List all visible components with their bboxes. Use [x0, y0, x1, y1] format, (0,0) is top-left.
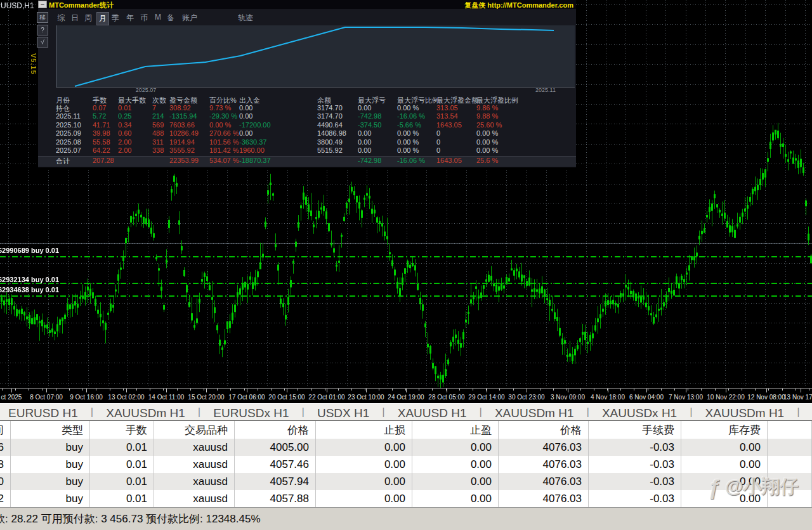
- time-tick: [29, 389, 29, 391]
- panel-side-button-移[interactable]: 移: [37, 12, 48, 23]
- chart-tab[interactable]: EURUSDx H1: [200, 404, 301, 421]
- stats-row-cell: 3174.70: [317, 104, 343, 112]
- time-tick: [701, 389, 702, 391]
- mtcommander-panel: − MTCommander统计 复盘侠 http://MTCommander.c…: [38, 0, 576, 168]
- time-label: 8 Oct 07:00: [30, 394, 63, 401]
- order-row-cell: buy: [11, 490, 90, 507]
- time-tick: [69, 389, 70, 391]
- chart-tab[interactable]: XAUUSDm H1: [693, 404, 797, 421]
- status-bar: 款: 28.22 可用预付款: 3 456.73 预付款比例: 12348.45…: [0, 507, 812, 530]
- time-axis[interactable]: ct 20258 Oct 07:009 Oct 16:0013 Oct 02:0…: [0, 388, 812, 404]
- stats-row-cell: 1914.94: [169, 138, 195, 146]
- time-label: 20 Oct 15:00: [268, 394, 304, 401]
- order-row-cell: 0.00: [316, 456, 412, 473]
- menu-item-M[interactable]: M: [155, 13, 161, 22]
- time-label: 15 Oct 20:00: [188, 394, 224, 401]
- stats-row: 2025.0764.222.003383555.92181.42 %1960.0…: [38, 146, 576, 155]
- stats-row-cell: 0.07: [93, 104, 106, 112]
- time-tick: [136, 389, 137, 391]
- time-label: 28 Oct 05:00: [428, 394, 464, 401]
- time-tick: [715, 389, 716, 391]
- stats-total-row: 合计207.2822353.99534.07 %-18870.37-742.98…: [38, 156, 576, 167]
- stats-row: 2025.0939.980.6048810286.49270.66 %0.001…: [38, 129, 576, 138]
- time-tick: [284, 389, 285, 391]
- stats-row-cell: 488: [152, 129, 164, 137]
- chart-tab[interactable]: EURUSD H1: [0, 404, 91, 421]
- chart-tab[interactable]: XAUUSDm H1: [93, 404, 198, 421]
- menu-item-月[interactable]: 月: [96, 12, 109, 25]
- order-row-cell: 0.00: [316, 473, 412, 490]
- time-tick: [311, 389, 312, 391]
- menu-item-日[interactable]: 日: [71, 13, 79, 23]
- stats-row-cell: 0.25: [118, 112, 131, 120]
- orders-header-row-cell: 手续费: [589, 421, 681, 439]
- minimize-button[interactable]: −: [38, 1, 47, 8]
- chart-tabs-bar: EURUSD H1|XAUUSDm H1|EURUSDx H1|USDX H1|…: [0, 403, 812, 421]
- stats-row-cell: 313.54: [436, 112, 458, 120]
- stats-row-label: 2025.10: [56, 121, 81, 129]
- stats-row-cell: 0.00: [358, 129, 371, 137]
- stats-row-cell: 0.00: [239, 104, 252, 112]
- time-tick: [190, 389, 191, 391]
- order-row-cell: 4076.03: [499, 439, 589, 456]
- stats-row-cell: 7: [152, 104, 156, 112]
- chart-tab[interactable]: XAUUSD H1: [385, 404, 480, 421]
- orders-header-row-cell: 止损: [316, 421, 412, 439]
- order-row-cell: xauusd: [154, 439, 235, 456]
- chart-tab[interactable]: XAUUSDm H1: [482, 404, 587, 421]
- stats-row-cell: 0.00 %: [476, 146, 498, 154]
- menu-item-综[interactable]: 综: [57, 13, 65, 23]
- stats-row-cell: 0.00 %: [476, 129, 498, 137]
- stats-row-cell: 0.00 %: [397, 129, 419, 137]
- time-label: 10 Nov 22:00: [707, 394, 745, 401]
- panel-title-bar[interactable]: − MTCommander统计 复盘侠 http://MTCommander.c…: [38, 0, 576, 9]
- panel-side-button-?[interactable]: ?: [37, 25, 48, 36]
- time-tick-major: [406, 389, 407, 392]
- orders-header-row-cell: 库存费: [681, 421, 768, 439]
- time-tick-major: [487, 389, 487, 392]
- time-label: 7 Nov 13:00: [669, 394, 703, 401]
- time-tick-major: [206, 389, 207, 392]
- time-tick: [661, 389, 662, 391]
- menu-item-周[interactable]: 周: [84, 13, 92, 23]
- time-label: 12 Nov 08:00: [747, 394, 785, 401]
- time-tick: [123, 389, 124, 391]
- chart-tab[interactable]: XAUUSDx H1: [589, 404, 690, 421]
- time-tick: [365, 389, 365, 391]
- order-row-cell: buy: [11, 456, 90, 473]
- time-tick: [82, 389, 83, 391]
- chart-tab[interactable]: USDX H1: [304, 404, 382, 421]
- stats-row-cell: 0.00 %: [397, 146, 419, 154]
- menu-item-币[interactable]: 币: [140, 13, 148, 23]
- time-label: 13 Nov 17:0: [783, 394, 812, 401]
- stats-row-cell: 55.58: [93, 138, 110, 146]
- menu-item-轨迹[interactable]: 轨迹: [238, 13, 253, 23]
- chart-tab[interactable]: XAUUSDm H1: [800, 404, 812, 421]
- stats-total-row-cell: 25.6 %: [476, 157, 498, 164]
- time-tick-major: [568, 389, 568, 392]
- order-row: 42buy0.01xauusd4057.880.000.004076.03-0.…: [0, 490, 812, 507]
- order-line-label: 62990689 buy 0.01: [0, 247, 59, 254]
- stats-row-cell: 9.73 %: [209, 104, 231, 112]
- time-tick-major: [126, 389, 127, 392]
- time-tick: [742, 389, 742, 391]
- stats-row-cell: 0.00 %: [209, 121, 231, 129]
- stats-row-cell: 0.00: [358, 146, 371, 154]
- stats-row-cell: 101.56 %: [209, 138, 239, 146]
- orders-header-row-cell: 价格: [499, 421, 589, 439]
- menu-item-账户[interactable]: 账户: [182, 13, 197, 23]
- time-tick: [674, 389, 675, 391]
- stats-row-cell: 0.60: [118, 129, 131, 137]
- menu-item-年[interactable]: 年: [126, 13, 134, 23]
- order-row-cell: 4057.88: [235, 490, 316, 507]
- order-row-cell: 0.00: [681, 490, 768, 507]
- menu-item-备[interactable]: 备: [167, 13, 174, 23]
- order-row-cell: 0.01: [90, 473, 154, 490]
- stats-header-row: 月份手数最大手数次数盈亏金额百分比%出入金余额最大浮亏最大浮亏比例最大浮盈金额最…: [38, 96, 576, 105]
- order-row-cell: 0.00: [412, 456, 499, 473]
- stats-row-cell: -3630.37: [239, 138, 266, 146]
- panel-side-button-√[interactable]: √: [37, 37, 48, 48]
- menu-item-季[interactable]: 季: [112, 13, 119, 23]
- stats-row-cell: 7603.66: [169, 121, 195, 129]
- order-row-cell: [768, 456, 812, 473]
